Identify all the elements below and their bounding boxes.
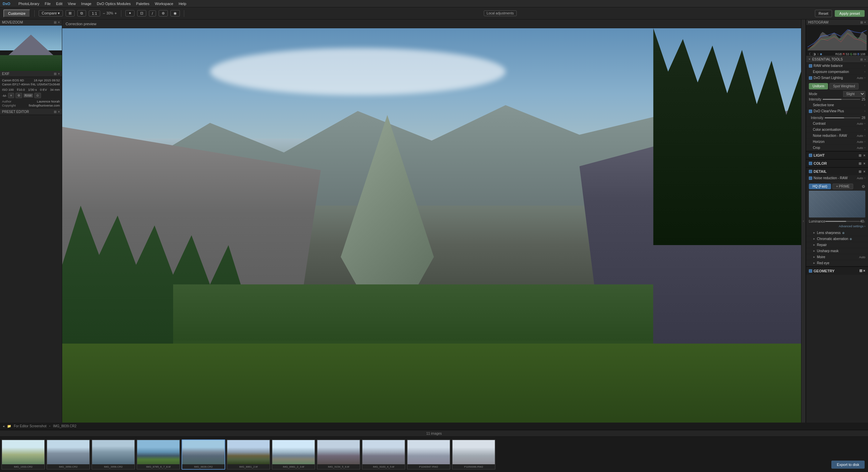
menu-edit[interactable]: Edit (56, 2, 63, 6)
menu-view[interactable]: View (68, 2, 76, 6)
sl-uniform-button[interactable]: Uniform (809, 83, 828, 89)
film-thumb-5[interactable]: IMG_8861_2.tif (226, 439, 270, 470)
histogram-midtone-icon[interactable]: ◑ (813, 52, 816, 56)
horizon-row[interactable]: Horizon Auto › (806, 139, 868, 145)
luminance-expand-icon[interactable]: ↕ (864, 220, 866, 223)
moire-row[interactable]: ► Moire Auto (806, 254, 868, 260)
sl-mode-select[interactable]: Slight Medium Strong (843, 91, 865, 97)
menu-palettes[interactable]: Palettes (136, 2, 150, 6)
menu-help[interactable]: Help (179, 2, 186, 6)
film-thumb-10[interactable]: P1050066.RW2 (452, 439, 496, 470)
film-thumb-6[interactable]: IMG_8981_2_3.tif (272, 439, 315, 470)
detail-close-icon[interactable]: × (863, 170, 865, 174)
smart-lighting-row[interactable]: DxO Smart Lighting Auto › (806, 75, 868, 81)
nr-settings-icon[interactable]: ⚙ (862, 184, 865, 189)
film-thumb-image-10 (453, 440, 495, 464)
cv-intensity-slider[interactable] (825, 117, 860, 118)
exif-expand[interactable]: ⊞ (54, 72, 57, 76)
unsharp-mask-row[interactable]: ► Unsharp mask (806, 248, 868, 254)
move-zoom-close[interactable]: × (58, 21, 60, 24)
menu-photolibrary[interactable]: PhotoLibrary (19, 2, 39, 6)
exif-settings-btn[interactable]: ⚙ (16, 93, 22, 98)
light-close-icon[interactable]: × (863, 154, 865, 157)
exif-close[interactable]: × (58, 72, 60, 76)
film-thumb-2[interactable]: IMG_3956.CR2 (91, 439, 135, 470)
menu-image[interactable]: Image (81, 2, 91, 6)
film-thumb-3[interactable]: IMG_8785_6_7_8.tif (136, 439, 180, 470)
zoom-decrease-button[interactable]: − (103, 11, 105, 16)
film-thumb-9[interactable]: P1040947.RW2 (407, 439, 451, 470)
essential-tools-close-icon[interactable]: × (864, 58, 866, 61)
zoom-increase-button[interactable]: + (115, 11, 117, 16)
tool-cursor[interactable]: ✦ (125, 10, 134, 17)
menu-workspace[interactable]: Workspace (155, 2, 174, 6)
clearview-row[interactable]: DxO ClearView Plus › (806, 108, 868, 114)
detail-section-header[interactable]: DETAIL ⊞ × (806, 167, 868, 175)
histogram-shadow-icon[interactable]: ☾ (809, 52, 812, 56)
nr-prime-button[interactable]: + PRIME (832, 184, 853, 189)
lens-sharpness-row[interactable]: ► Lens sharpness ⊕ (806, 230, 868, 236)
menu-file[interactable]: File (45, 2, 51, 6)
view-split-button[interactable]: ⧉ (77, 10, 86, 17)
selective-tone-row[interactable]: Selective tone › (806, 102, 868, 108)
detail-noise-reduction-row[interactable]: Noise reduction - RAW Auto › (806, 175, 868, 181)
nav-back-button[interactable]: ◂ (3, 424, 4, 428)
nav-folder-icon[interactable]: 📁 (7, 424, 11, 428)
nr-hq-button[interactable]: HQ (Fast) (809, 184, 831, 189)
film-thumb-1[interactable]: IMG_3950.CR2 (46, 439, 90, 470)
exif-location-btn[interactable]: ⊙ (34, 93, 41, 98)
view-single-button[interactable]: ⊞ (66, 10, 74, 17)
color-section-header[interactable]: COLOR ⊞ × (806, 159, 868, 167)
histogram-expand[interactable]: ⊞ (860, 21, 863, 24)
preset-expand[interactable]: ⊞ (54, 110, 57, 114)
histogram-close[interactable]: × (864, 21, 866, 24)
tool-repair[interactable]: ◉ (170, 10, 180, 17)
essential-tools-expand-icon[interactable]: ⊞ (860, 58, 863, 61)
repair-row[interactable]: ► Repair (806, 242, 868, 248)
light-expand-icon[interactable]: ⊞ (859, 154, 861, 157)
compare-button[interactable]: Compare ▾ (39, 10, 63, 17)
film-thumb-0[interactable]: IMG_1933.CR2 (1, 439, 45, 470)
color-accentuation-row[interactable]: Color accentuation › (806, 127, 868, 133)
apply-preset-button[interactable]: Apply preset (835, 10, 865, 17)
red-eye-row[interactable]: ► Red eye (806, 260, 868, 266)
view-fit-button[interactable]: 1:1 (89, 10, 100, 17)
exif-meta-btn[interactable]: ≡ (8, 93, 14, 98)
move-zoom-thumbnail[interactable] (0, 26, 62, 71)
exposure-compensation-row[interactable]: Exposure compensation › (806, 69, 868, 75)
customize-tab[interactable]: Customize (3, 9, 30, 18)
luminance-slider[interactable] (825, 221, 860, 222)
color-expand-icon[interactable]: ⊞ (859, 162, 861, 165)
collapse-handle[interactable]: ‹ (801, 20, 806, 422)
move-zoom-expand[interactable]: ⊞ (54, 21, 57, 24)
crop-row[interactable]: Crop Auto › (806, 145, 868, 151)
advanced-settings-link[interactable]: Advanced settings › (809, 224, 865, 229)
raw-white-balance-row[interactable]: RAW white balance › (806, 63, 868, 69)
detail-nr-checkbox (809, 177, 812, 180)
export-to-disk-button[interactable]: Export to disk (831, 461, 865, 469)
film-thumb-7[interactable]: IMG_9154_5_6.tif (317, 439, 361, 470)
color-close-icon[interactable]: × (863, 162, 865, 165)
geometry-section-header[interactable]: GEOMETRY ⊞ × (806, 266, 868, 275)
menu-dxo-optics[interactable]: DxO Optics Modules (97, 2, 131, 6)
noise-reduction-row[interactable]: Noise reduction - RAW Auto › (806, 133, 868, 139)
essential-tools-header[interactable]: ▼ ESSENTIAL TOOLS ⊞ × (806, 56, 868, 63)
histogram-color-icon[interactable]: ■ (820, 52, 822, 56)
detail-expand-icon[interactable]: ⊞ (859, 170, 861, 174)
local-adjustments-button[interactable]: Local adjustments (484, 10, 517, 16)
geometry-expand-icon[interactable]: ⊞ (859, 269, 862, 273)
histogram-highlight-icon[interactable]: ○ (817, 52, 819, 56)
film-thumb-8[interactable]: IMG_9163_4_5.tif (362, 439, 405, 470)
tool-local-adj[interactable]: ⊛ (159, 10, 168, 17)
sl-intensity-slider[interactable] (823, 99, 860, 100)
preset-close[interactable]: × (58, 110, 60, 114)
reset-button[interactable]: Reset (815, 10, 832, 17)
film-thumb-4[interactable]: IMG_8839.CR2 (182, 439, 225, 470)
chromatic-aberration-row[interactable]: ► Chromatic aberration ⊕ (806, 236, 868, 242)
tool-horizon[interactable]: / (149, 10, 156, 17)
sl-spot-weighted-button[interactable]: Spot Weighted (829, 83, 859, 89)
light-section-header[interactable]: LIGHT ⊞ × (806, 151, 868, 159)
tool-crop[interactable]: ⊡ (137, 10, 146, 17)
contrast-row[interactable]: Contrast Auto › (806, 121, 868, 127)
geometry-close-icon[interactable]: × (863, 269, 865, 273)
